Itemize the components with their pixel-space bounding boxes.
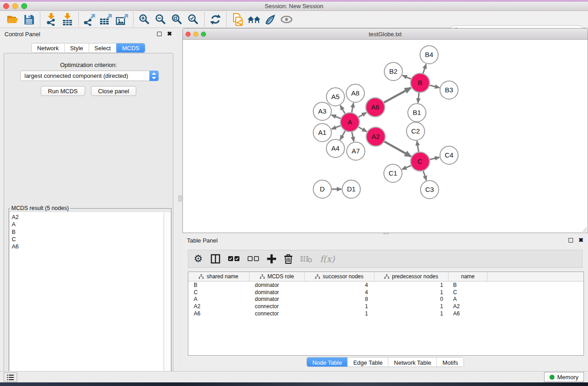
mcds-result-list[interactable]: A2ABCA6 xyxy=(10,212,164,386)
run-mcds-button[interactable]: Run MCDS xyxy=(41,86,85,96)
graph-node-B2[interactable]: B2 xyxy=(384,62,402,81)
table-cell[interactable]: 1 xyxy=(305,310,374,317)
graph-node-B3[interactable]: B3 xyxy=(440,81,458,99)
table-cell[interactable]: dominator xyxy=(249,289,305,295)
graph-node-C1[interactable]: C1 xyxy=(384,164,402,182)
table-cell[interactable]: 1 xyxy=(374,282,449,288)
import-network-from-file-icon[interactable] xyxy=(43,12,59,27)
column-header-name[interactable]: name xyxy=(449,272,488,281)
graph-node-B4[interactable]: B4 xyxy=(420,46,438,64)
apply-preferred-style-icon[interactable] xyxy=(262,12,278,27)
vertical-splitter-handle[interactable] xyxy=(178,195,182,201)
graph-node-A6[interactable]: A6 xyxy=(366,98,385,117)
deselect-all-checkboxes-icon[interactable] xyxy=(248,256,259,262)
column-header-mcds-role[interactable]: MCDS role xyxy=(249,272,305,281)
save-session-icon[interactable] xyxy=(21,12,37,27)
table-cell[interactable]: 0 xyxy=(374,296,449,302)
graph-node-A7[interactable]: A7 xyxy=(347,142,365,160)
export-network-icon[interactable] xyxy=(81,12,98,27)
table-cell[interactable]: connector xyxy=(249,310,305,317)
mcds-result-item[interactable]: A xyxy=(12,221,163,228)
table-cell[interactable]: 1 xyxy=(305,303,374,310)
table-cell[interactable]: 1 xyxy=(374,289,449,295)
mcds-result-item[interactable]: A2 xyxy=(12,214,163,221)
criterion-dropdown[interactable]: largest connected component (directed) xyxy=(20,71,159,81)
window-resize-grip[interactable] xyxy=(581,226,587,232)
tab-mcds[interactable]: MCDS xyxy=(116,43,145,52)
tab-node-table[interactable]: Node Table xyxy=(307,357,348,367)
graph-node-A4[interactable]: A4 xyxy=(326,139,344,157)
mcds-result-item[interactable]: B xyxy=(12,229,163,236)
close-panel-button[interactable]: Close panel xyxy=(91,86,137,96)
close-panel-icon[interactable]: ✖ xyxy=(167,32,172,36)
tab-network-table[interactable]: Network Table xyxy=(388,357,436,367)
table-cell[interactable]: 4 xyxy=(305,289,374,295)
mcds-result-item[interactable]: C xyxy=(12,236,163,243)
table-cell[interactable]: A xyxy=(449,296,488,302)
tab-select[interactable]: Select xyxy=(89,43,116,52)
table-cell[interactable]: A6 xyxy=(188,310,249,317)
memory-button[interactable]: Memory xyxy=(544,372,584,382)
table-cell[interactable]: C xyxy=(188,289,249,295)
function-builder-icon[interactable]: f(x) xyxy=(320,254,335,264)
table-cell[interactable]: A2 xyxy=(449,303,488,310)
table-row[interactable]: A6connector11A6 xyxy=(188,310,583,317)
graph-node-C3[interactable]: C3 xyxy=(421,181,439,199)
tab-style[interactable]: Style xyxy=(64,43,89,52)
graph-node-A1[interactable]: A1 xyxy=(313,124,331,142)
close-table-panel-icon[interactable]: ✖ xyxy=(578,238,583,243)
task-history-button[interactable] xyxy=(4,372,17,382)
export-table-icon[interactable] xyxy=(98,12,114,27)
table-cell[interactable]: B xyxy=(188,282,249,288)
table-cell[interactable]: dominator xyxy=(249,296,305,302)
graph-node-A8[interactable]: A8 xyxy=(346,84,364,102)
delete-table-icon[interactable] xyxy=(301,255,312,263)
graph-node-C4[interactable]: C4 xyxy=(440,146,458,164)
table-row[interactable]: Cdominator41C xyxy=(188,289,583,296)
network-canvas[interactable]: AA1A2A3A4A5A6A7A8BB1B2B3B4CC1C2C3C4DD1 xyxy=(183,40,587,232)
zoom-selected-region-icon[interactable] xyxy=(185,12,201,27)
column-header-predecessor-nodes[interactable]: predecessor nodes xyxy=(374,272,449,281)
table-cell[interactable]: A6 xyxy=(449,310,488,317)
refresh-network-view-icon[interactable] xyxy=(207,12,224,27)
graph-node-A[interactable]: A xyxy=(340,113,359,132)
show-hide-graphics-details-icon[interactable] xyxy=(278,12,295,27)
tab-motifs[interactable]: Motifs xyxy=(436,357,464,367)
table-row[interactable]: A2connector11A2 xyxy=(188,303,583,310)
float-panel-icon[interactable] xyxy=(157,32,162,36)
table-cell[interactable]: B xyxy=(449,282,488,288)
column-header-shared-name[interactable]: shared name xyxy=(188,272,249,281)
graph-node-A5[interactable]: A5 xyxy=(326,88,344,106)
table-cell[interactable]: connector xyxy=(249,303,305,310)
table-row[interactable]: Adominator80A xyxy=(188,295,583,303)
table-cell[interactable]: 1 xyxy=(374,303,449,310)
select-all-checkboxes-icon[interactable] xyxy=(228,256,240,262)
graph-node-C2[interactable]: C2 xyxy=(406,122,425,140)
open-session-icon[interactable] xyxy=(5,12,21,27)
delete-columns-icon[interactable] xyxy=(284,254,293,264)
graph-node-B1[interactable]: B1 xyxy=(408,104,426,122)
graph-node-D[interactable]: D xyxy=(313,180,331,198)
table-cell[interactable]: A xyxy=(188,296,249,302)
tab-network[interactable]: Network xyxy=(32,43,64,52)
graph-node-A3[interactable]: A3 xyxy=(313,102,331,120)
create-network-from-selection-icon[interactable] xyxy=(229,12,246,27)
table-cell[interactable]: 8 xyxy=(305,296,374,302)
table-cell[interactable]: dominator xyxy=(249,282,305,288)
graph-node-D1[interactable]: D1 xyxy=(342,180,360,198)
table-cell[interactable]: C xyxy=(449,289,488,295)
graph-node-A2[interactable]: A2 xyxy=(366,127,385,146)
table-cell[interactable]: 1 xyxy=(374,310,449,317)
first-neighbors-icon[interactable] xyxy=(246,12,262,27)
network-window-titlebar[interactable]: testGlobe.txt xyxy=(183,29,588,40)
table-cell[interactable]: A2 xyxy=(188,303,249,310)
graph-node-B[interactable]: B xyxy=(411,73,430,92)
toggle-column-display-icon[interactable] xyxy=(210,254,220,264)
column-header-successor-nodes[interactable]: successor nodes xyxy=(305,272,374,281)
graph-node-C[interactable]: C xyxy=(411,152,430,171)
table-row[interactable]: Bdominator41B xyxy=(188,281,583,289)
export-image-icon[interactable] xyxy=(114,12,130,27)
table-cell[interactable]: 4 xyxy=(305,282,374,288)
float-table-panel-icon[interactable] xyxy=(569,238,573,243)
tab-edge-table[interactable]: Edge Table xyxy=(347,357,388,367)
